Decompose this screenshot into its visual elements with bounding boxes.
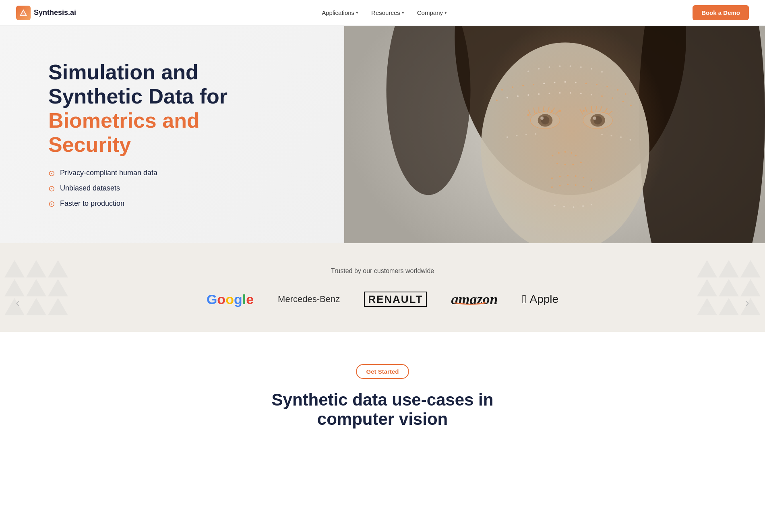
trusted-label: Trusted by our customers worldwide: [16, 267, 749, 275]
check-icon-2: ⊙: [48, 184, 55, 193]
navbar: Synthesis.ai Applications ▾ Resources ▾ …: [0, 0, 765, 26]
book-demo-button[interactable]: Book a Demo: [693, 5, 749, 20]
logo-text: Synthesis.ai: [34, 8, 76, 17]
nav-company[interactable]: Company ▾: [417, 9, 447, 16]
get-started-button[interactable]: Get Started: [356, 364, 409, 379]
deco-left: [0, 243, 72, 332]
amazon-logo: amazon: [451, 291, 498, 308]
svg-point-107: [477, 26, 666, 243]
nav-links: Applications ▾ Resources ▾ Company ▾: [322, 9, 447, 16]
svg-marker-108: [483, 302, 485, 304]
hero-check-2: ⊙ Unbiased datasets: [48, 184, 250, 193]
hero-check-1: ⊙ Privacy-compliant human data: [48, 168, 250, 178]
hero-checks: ⊙ Privacy-compliant human data ⊙ Unbiase…: [48, 168, 250, 209]
hero-section: Simulation and Synthetic Data for Biomet…: [0, 26, 765, 243]
renault-logo: RENAULT: [364, 293, 427, 306]
logo-icon: [16, 6, 31, 20]
chevron-down-icon: ▾: [445, 10, 447, 15]
check-icon-1: ⊙: [48, 168, 55, 178]
section-title: Synthetic data use-cases in computer vis…: [242, 390, 523, 429]
trusted-section: ‹ › Trusted by our customers worldwide G…: [0, 243, 765, 332]
get-started-section: Get Started Synthetic data use-cases in …: [0, 332, 765, 445]
nav-applications[interactable]: Applications ▾: [322, 9, 358, 16]
nav-resources[interactable]: Resources ▾: [371, 9, 404, 16]
hero-content: Simulation and Synthetic Data for Biomet…: [0, 28, 282, 240]
hero-face-visual: [344, 26, 765, 243]
logos-row: Google Mercedes-Benz RENAULT amazon  Ap…: [16, 291, 749, 308]
hero-title: Simulation and Synthetic Data for Biomet…: [48, 60, 250, 157]
mercedes-logo: Mercedes-Benz: [278, 294, 340, 304]
apple-icon: : [522, 292, 526, 306]
apple-logo:  Apple: [522, 292, 558, 306]
chevron-down-icon: ▾: [356, 10, 358, 15]
deco-right: [693, 243, 765, 332]
google-logo: Google: [207, 292, 254, 307]
chevron-down-icon: ▾: [402, 10, 404, 15]
hero-image: [344, 26, 765, 243]
hero-check-3: ⊙ Faster to production: [48, 199, 250, 209]
logo-link[interactable]: Synthesis.ai: [16, 6, 76, 20]
check-icon-3: ⊙: [48, 199, 55, 209]
